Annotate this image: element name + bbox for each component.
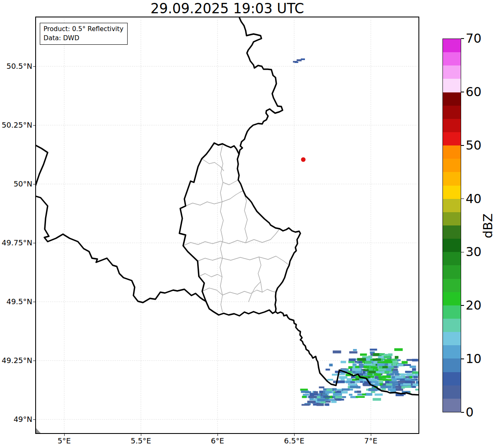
echo-streak [293,58,305,63]
colorbar-tick-label: 0 [466,406,474,419]
x-tick-mark [294,434,295,436]
corner-patch [35,427,41,433]
y-tick-label: 50.25°N [0,121,32,129]
colorbar-axis-label: dBZ [480,201,496,251]
y-tick-label: 49.75°N [0,238,32,247]
x-tick-mark [371,434,371,436]
x-tick-label: 5.5°E [122,436,160,445]
y-tick-mark [33,66,35,67]
y-tick-mark [33,419,35,420]
x-tick-label: 6°E [199,436,236,445]
colorbar-tick-label: 60 [466,86,481,98]
y-tick-mark [33,184,35,184]
info-box: Product: 0.5° Reflectivity Data: DWD [40,23,128,45]
x-tick-label: 5°E [46,436,83,445]
y-tick-mark [33,361,35,361]
colorbar-tick-label: 30 [466,246,481,258]
x-tick-mark [218,434,218,436]
colorbar-tick-label: 40 [466,193,481,205]
colorbar-tick-label: 70 [466,32,481,45]
colorbar-tick-label: 10 [466,353,481,365]
x-tick-mark [141,434,141,436]
x-tick-mark [64,434,65,436]
luxembourg-outline [179,143,300,316]
colorbar-tick-mark [461,305,464,306]
colorbar-tick-mark [461,252,464,253]
plot-title: 29.09.2025 19:03 UTC [35,1,419,17]
y-tick-mark [33,302,35,302]
y-tick-label: 50°N [0,179,32,188]
x-tick-label: 7°E [352,436,389,445]
map-plot-area [35,17,419,434]
colorbar-tick-mark [461,199,464,199]
x-tick-label: 6.5°E [276,436,313,445]
colorbar-tick-mark [461,92,464,92]
info-box-source: Data: DWD [44,34,123,43]
y-tick-label: 49.5°N [0,297,32,306]
y-tick-label: 50.5°N [0,62,32,70]
colorbar-tick-label: 50 [466,139,481,152]
colorbar-tick-mark [461,38,464,39]
map-canvas: Product: 0.5° Reflectivity Data: DWD [35,17,419,434]
colorbar-tick-mark [461,145,464,146]
radar-site-marker [301,157,306,162]
figure: 29.09.2025 19:03 UTC Product: 0.5° Refle… [0,0,498,448]
y-tick-mark [33,125,35,126]
y-tick-mark [33,243,35,243]
colorbar-tick-mark [461,358,464,359]
colorbar-tick-mark [461,412,464,413]
y-tick-label: 49.25°N [0,356,32,365]
y-tick-label: 49°N [0,415,32,424]
colorbar [442,39,461,412]
country-borders [35,18,419,395]
colorbar-tick-label: 20 [466,299,481,312]
canton-borders [183,145,289,312]
info-box-product: Product: 0.5° Reflectivity [44,24,123,34]
